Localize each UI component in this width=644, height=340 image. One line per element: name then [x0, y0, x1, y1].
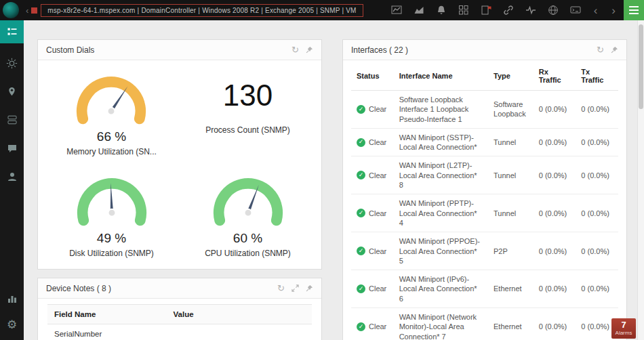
bar-chart-icon: [7, 293, 18, 304]
gauge-label: Disk Utilization (SNMP): [69, 249, 154, 258]
link-icon[interactable]: [503, 5, 514, 16]
interface-type: P2P: [488, 232, 534, 270]
gauge-label: Memory Utilization (SN...: [66, 147, 157, 156]
process-count-dial: 130 Process Count (SNMP): [205, 72, 290, 156]
widgets-grid-icon[interactable]: [458, 5, 469, 16]
status-label: Clear: [369, 284, 386, 293]
left-column: Custom Dials ↻ 66 % Memory Util: [37, 39, 322, 340]
interface-type: Software Loopback: [488, 91, 534, 129]
tx-traffic: 0 (0.0%): [576, 232, 618, 270]
globe-icon[interactable]: [548, 5, 559, 16]
status-ok-icon: ✓: [357, 247, 365, 255]
sidebar-item-chat[interactable]: [0, 140, 24, 157]
interface-type: Tunnel: [488, 194, 534, 232]
console-icon[interactable]: [570, 5, 581, 16]
rx-traffic: 0 (0.0%): [534, 156, 576, 194]
gauge-chart: [72, 174, 152, 226]
pin-icon[interactable]: [611, 46, 618, 54]
sidebar-item-dashboard[interactable]: [0, 20, 24, 43]
gauge-value: 49 %: [69, 231, 154, 246]
table-row[interactable]: SerialNumber: [47, 324, 312, 340]
sidebar-item-user[interactable]: [0, 168, 24, 186]
rx-traffic: 0 (0.0%): [534, 232, 576, 270]
refresh-icon[interactable]: ↻: [277, 284, 285, 293]
interfaces-table: Status Interface Name Type Rx Traffic Tx…: [351, 60, 618, 340]
alert-bell-icon[interactable]: [436, 5, 447, 16]
status-ok-icon: ✓: [357, 209, 365, 217]
column-header-value: Value: [167, 305, 313, 324]
main-content: Custom Dials ↻ 66 % Memory Util: [24, 20, 637, 340]
performance-chart-icon[interactable]: [391, 5, 402, 16]
note-field-name: SerialNumber: [47, 324, 167, 340]
sidebar-item-maps[interactable]: [0, 83, 24, 100]
interfaces-card: Interfaces ( 22 ) ↻ Status Interface Nam…: [342, 39, 627, 340]
status-label: Clear: [369, 137, 386, 147]
menu-button[interactable]: [624, 0, 644, 20]
interface-type: Tunnel: [488, 128, 534, 156]
gauge-label: CPU Utilization (SNMP): [205, 249, 291, 258]
area-chart-icon[interactable]: [414, 5, 424, 16]
status-ok-icon: ✓: [357, 284, 365, 293]
sidebar-bottom-group: ⚙: [0, 290, 24, 340]
pin-icon[interactable]: [306, 46, 313, 54]
status-ok-icon: ✓: [357, 322, 365, 331]
interface-type: Ethernet: [488, 270, 534, 308]
table-row[interactable]: ✓ Clear WAN Miniport (PPTP)-Local Area C…: [351, 194, 618, 232]
alarm-label: Alarms: [611, 330, 636, 336]
device-notes-table: Field Name Value SerialNumber: [47, 304, 312, 340]
column-header-tx-traffic: Tx Traffic: [576, 60, 618, 91]
refresh-icon[interactable]: ↻: [597, 45, 604, 54]
pulse-monitor-icon[interactable]: [525, 5, 536, 16]
interface-name[interactable]: Software Loopback Interface 1 Loopback P…: [394, 91, 488, 129]
table-row[interactable]: ✓ Clear WAN Miniport (L2TP)-Local Area C…: [351, 156, 618, 194]
alarm-count: 7: [611, 320, 636, 330]
table-row[interactable]: ✓ Clear WAN Miniport (PPPOE)-Local Area …: [351, 232, 618, 270]
rx-traffic: 0 (0.0%): [534, 194, 576, 232]
card-title: Interfaces ( 22 ): [351, 45, 597, 55]
interface-name[interactable]: WAN Miniport (PPTP)-Local Area Connectio…: [394, 194, 488, 232]
table-row[interactable]: ✓ Clear WAN Miniport (SSTP)-Local Area C…: [351, 128, 618, 156]
sidebar-item-inventory[interactable]: [0, 111, 24, 129]
sidebar-item-reports[interactable]: [0, 290, 24, 307]
interface-name[interactable]: WAN Miniport (IPv6)-Local Area Connectio…: [394, 270, 488, 308]
gear-icon: ⚙: [7, 319, 17, 331]
user-icon: [7, 171, 18, 182]
pin-icon[interactable]: [306, 284, 313, 292]
chevron-left-icon[interactable]: ‹: [592, 5, 599, 16]
scrollbar-thumb[interactable]: [639, 24, 643, 109]
gauge-disk-utilization: 49 % Disk Utilization (SNMP): [69, 174, 154, 258]
interface-name[interactable]: WAN Miniport (Network Monitor)-Local Are…: [394, 308, 488, 340]
flagged-report-icon[interactable]: [481, 5, 491, 16]
gauge-value: 66 %: [66, 129, 157, 144]
refresh-icon[interactable]: ↻: [291, 45, 299, 54]
status-label: Clear: [369, 247, 386, 256]
table-row[interactable]: ✓ Clear Software Loopback Interface 1 Lo…: [351, 91, 618, 129]
table-row[interactable]: ✓ Clear WAN Miniport (IPv6)-Local Area C…: [351, 270, 618, 308]
custom-dials-card: Custom Dials ↻ 66 % Memory Util: [37, 39, 322, 270]
gauge-chart: [71, 72, 151, 125]
vertical-scrollbar: [637, 20, 644, 340]
tx-traffic: 0 (0.0%): [576, 128, 618, 156]
sidebar-item-settings[interactable]: ⚙: [0, 316, 24, 333]
back-icon[interactable]: ‹: [26, 5, 28, 16]
device-title[interactable]: msp-x8r2e-64-1.mspex.com | DomainControl…: [41, 4, 363, 17]
topbar-icon-group: ‹ ›: [391, 5, 617, 16]
tx-traffic: 0 (0.0%): [576, 91, 618, 129]
rx-traffic: 0 (0.0%): [534, 270, 576, 308]
interface-name[interactable]: WAN Miniport (L2TP)-Local Area Connectio…: [394, 156, 488, 194]
app-logo-icon[interactable]: [3, 2, 19, 18]
interface-name[interactable]: WAN Miniport (PPPOE)-Local Area Connecti…: [394, 232, 488, 270]
alarms-badge[interactable]: 7 Alarms: [611, 318, 636, 339]
gauge-memory-utilization: 66 % Memory Utilization (SN...: [66, 72, 157, 156]
interface-name[interactable]: WAN Miniport (SSTP)-Local Area Connectio…: [394, 128, 488, 156]
status-ok-icon: ✓: [357, 105, 365, 114]
sidebar-item-alarms[interactable]: [0, 54, 24, 72]
table-row[interactable]: ✓ Clear WAN Miniport (Network Monitor)-L…: [351, 308, 618, 340]
expand-icon[interactable]: [291, 284, 299, 292]
note-field-value: [167, 324, 313, 340]
chevron-right-icon[interactable]: ›: [610, 5, 617, 16]
sidebar: ⚙: [0, 20, 24, 340]
status-label: Clear: [369, 171, 386, 180]
location-pin-icon: [7, 86, 17, 97]
column-header-interface-name: Interface Name: [394, 60, 488, 91]
